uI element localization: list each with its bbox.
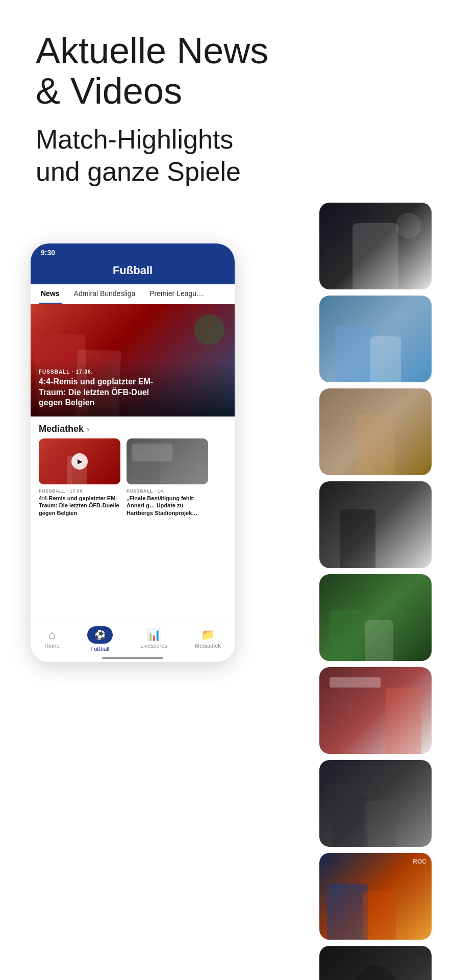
img4-overlay [319, 481, 432, 568]
status-bar: 9:30 [31, 243, 235, 260]
nav-mediathek-label: Mediathek [195, 643, 221, 649]
video-cards-row: ▶ FUSSBALL · 17.06. 4:4-Remis und geplat… [31, 438, 235, 517]
ball-shape [194, 314, 224, 345]
side-image-female [319, 388, 432, 475]
img2-player2 [370, 336, 401, 382]
side-image-green [319, 574, 432, 661]
home-icon: ⌂ [48, 629, 55, 641]
video2-title: „Finale Bestätigung fehlt: Annerl g… Upd… [127, 495, 208, 517]
img5-player1 [330, 610, 363, 661]
img5-player2 [365, 620, 393, 661]
main-content: 9:30 Fußball News Admiral Bundesliga Pre… [0, 203, 452, 917]
tab-admiral[interactable]: Admiral Bundesliga [72, 284, 138, 304]
img6-player [386, 688, 421, 754]
video2-sport-label: FUSSBALL · 14. [127, 488, 208, 494]
img6-text [330, 677, 381, 688]
article-headline: 4:4-Remis und geplatzter EM-Traum: Die l… [39, 377, 227, 408]
side-images-column: ROC [319, 203, 432, 980]
nav-livescores[interactable]: 📊 Livescores [140, 629, 167, 649]
img8-player2 [363, 891, 396, 940]
img1-player [353, 223, 398, 289]
video-thumb-1[interactable]: ▶ [39, 438, 120, 484]
article-overlay: FUSSBALL · 17.06. 4:4-Remis und geplatzt… [31, 361, 235, 416]
side-image-tennis [319, 667, 432, 754]
img7-person2 [365, 801, 396, 847]
livescores-icon: 📊 [147, 629, 161, 641]
tab-premier[interactable]: Premier Leagu… [147, 284, 206, 304]
video1-title: 4:4-Remis und geplatzter EM-Traum: Die l… [39, 495, 120, 517]
hero-subtitle: Match-Highlightsund ganze Spiele [36, 124, 416, 187]
video-card-2[interactable]: FUSSBALL · 14. „Finale Bestätigung fehlt… [127, 438, 208, 517]
video-thumb-2[interactable] [127, 438, 208, 484]
hero-title: Aktuelle News& Videos [36, 31, 416, 111]
thumb2-logo [132, 444, 172, 461]
img4-player [340, 509, 375, 568]
nav-mediathek[interactable]: 📁 Mediathek [195, 629, 221, 649]
article-sport-label: FUSSBALL · 17.06. [39, 369, 227, 375]
mediathek-arrow-icon: › [87, 425, 89, 434]
side-image-blackwhite [319, 481, 432, 568]
fussball-icon: ⚽ [94, 629, 106, 641]
video1-sport-label: FUSSBALL · 17.06. [39, 488, 120, 494]
img7-person1 [332, 796, 368, 847]
img3-player [357, 414, 395, 475]
nav-livescores-label: Livescores [140, 643, 167, 649]
nav-fussball[interactable]: ⚽ Fußball [87, 626, 113, 652]
video-card-1[interactable]: ▶ FUSSBALL · 17.06. 4:4-Remis und geplat… [39, 438, 120, 517]
phone-mockup: 9:30 Fußball News Admiral Bundesliga Pre… [31, 243, 235, 662]
bottom-nav: ⌂ Home ⚽ Fußball 📊 Livescores 📁 Mediathe… [31, 621, 235, 662]
home-indicator [102, 657, 163, 659]
img8-player1 [327, 884, 368, 940]
side-image-juventus [319, 203, 432, 289]
nav-home-label: Home [44, 643, 59, 649]
side-image-mancity [319, 296, 432, 382]
mediathek-icon: 📁 [201, 629, 215, 641]
mediathek-title: Mediathek [39, 424, 84, 434]
tab-bar[interactable]: News Admiral Bundesliga Premier Leagu… [31, 284, 235, 304]
tab-news[interactable]: News [39, 284, 62, 304]
img2-player1 [335, 326, 375, 382]
side-image-hockey: ROC [319, 853, 432, 940]
side-image-coaches [319, 760, 432, 847]
nav-home[interactable]: ⌂ Home [44, 629, 59, 649]
img1-accent [396, 213, 421, 238]
tab-fade [219, 284, 235, 304]
nav-fussball-label: Fußball [90, 646, 109, 652]
side-image-portrait [319, 946, 432, 980]
mediathek-section-header[interactable]: Mediathek › [31, 416, 235, 438]
hero-section: Aktuelle News& Videos Match-Highlightsun… [0, 0, 452, 198]
play-button-1[interactable]: ▶ [71, 453, 88, 470]
status-time: 9:30 [41, 249, 55, 257]
img8-text: ROC [413, 858, 426, 865]
app-header: Fußball [31, 260, 235, 284]
main-article-image[interactable]: FUSSBALL · 17.06. 4:4-Remis und geplatzt… [31, 304, 235, 416]
app-title: Fußball [113, 264, 153, 277]
fussball-icon-circle: ⚽ [87, 626, 113, 644]
